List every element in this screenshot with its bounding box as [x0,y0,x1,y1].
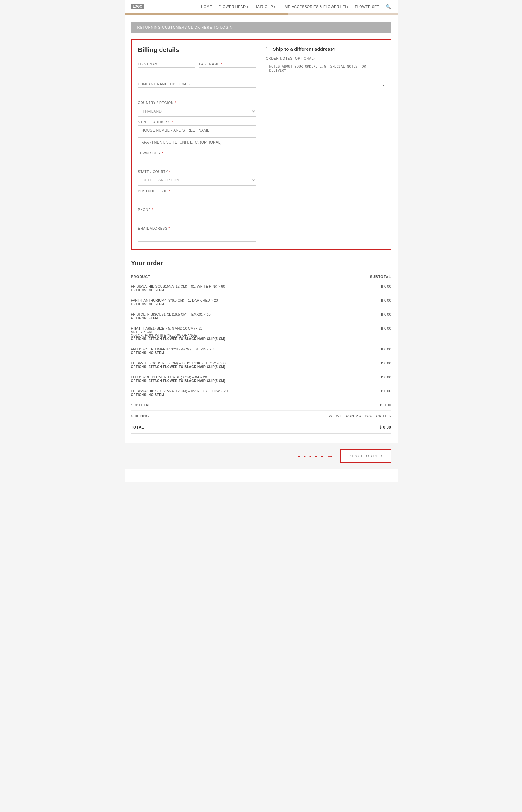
shipping-label: SHIPPING [131,411,289,421]
product-cell: FHIBI-5: HIBISCUS1-5 (7 CM) – H012: PINK… [131,358,289,372]
subtotal-cell: ฿ 0.00 [289,372,391,386]
first-name-group: FIRST NAME * [138,59,196,77]
company-name-group: COMPANY NAME (OPTIONAL) [138,82,256,97]
nav-flower-set[interactable]: FLOWER SET [355,5,379,8]
apt-input[interactable] [138,137,256,147]
town-label: TOWN / CITY * [138,151,256,155]
last-name-group: LAST NAME * [199,59,256,77]
place-order-button[interactable]: PLACE ORDER [340,450,391,463]
subtotal-row: SUBTOTAL ฿ 0.00 [131,400,391,411]
state-select[interactable]: SELECT AN OPTION. [138,175,256,186]
nav-accessories[interactable]: HAIR ACCESSORIES & FLOWER LEI › [282,5,349,8]
order-notes-label: ORDER NOTES (OPTIONAL) [266,57,384,60]
email-group: EMAIL ADDRESS * [138,227,256,242]
first-name-input[interactable] [138,67,196,77]
state-group: STATE / COUNTY * SELECT AN OPTION. [138,170,256,186]
subtotal-cell: ฿ 0.00 [289,386,391,400]
subtotal-cell: ฿ 0.00 [289,344,391,358]
country-label: COUNTRY / REGION * [138,101,256,105]
company-name-label: COMPANY NAME (OPTIONAL) [138,82,256,86]
total-label: TOTAL [131,421,289,434]
returning-customer-banner[interactable]: RETURNING CUSTOMER? CLICK HERE TO LOGIN [131,22,391,33]
nav-home[interactable]: HOME [201,5,212,8]
ship-different-label: Ship to a different address? [273,46,336,52]
first-name-label: FIRST NAME * [138,62,196,66]
total-row: TOTAL ฿ 0.00 [131,421,391,434]
subtotal-cell: ฿ 0.00 [289,309,391,323]
postcode-input[interactable] [138,194,256,204]
country-group: COUNTRY / REGION * THAILAND [138,101,256,117]
product-cell: FANT4: ANTHURIUM4 (9*6.5 CM) – 1: DARK R… [131,295,289,309]
street-address-input[interactable] [138,125,256,136]
town-input[interactable] [138,156,256,166]
country-select[interactable]: THAILAND [138,106,256,117]
search-icon[interactable]: 🔍 [385,4,391,9]
subtotal-cell: ฿ 0.00 [289,358,391,372]
shipping-row: SHIPPING WE WILL CONTACT YOU FOR THIS [131,411,391,421]
product-cell: FHIBI5NA: HIBISCUS15NA (12 CM) – 05: RED… [131,386,289,400]
subtotal-value: ฿ 0.00 [289,400,391,411]
order-section: Your order PRODUCT SUBTOTAL FHIBI5NA: HI… [125,259,398,434]
last-name-input[interactable] [199,67,256,77]
table-row: FPLU102NI: PLUMERIA102NI (75CM) – 01: PI… [131,344,391,358]
table-row: FHIBI5NA: HIBISCUS15NA (12 CM) – 05: RED… [131,386,391,400]
table-row: FANT4: ANTHURIUM4 (9*6.5 CM) – 1: DARK R… [131,295,391,309]
order-notes-group: ORDER NOTES (OPTIONAL) [266,57,384,88]
nav-hair-clip[interactable]: HAIR CLIP › [255,5,276,8]
table-row: FHIBI-XL: HIBISCUS1-XL (16.5 CM) – EMX01… [131,309,391,323]
postcode-label: POSTCODE / ZIP * [138,189,256,193]
table-row: FTIA1: TIARE1 (SIZE 7.5, 9 AND 10 CM) × … [131,323,391,344]
order-notes-input[interactable] [266,62,384,87]
phone-group: PHONE * [138,208,256,223]
town-group: TOWN / CITY * [138,151,256,166]
subtotal-cell: ฿ 0.00 [289,282,391,295]
dashed-arrow: - - - - - → [298,453,334,460]
ship-different-section: Ship to a different address? [266,46,384,52]
col-subtotal: SUBTOTAL [289,272,391,282]
table-row: FHIBI-5: HIBISCUS1-5 (7 CM) – H012: PINK… [131,358,391,372]
product-cell: FTIA1: TIARE1 (SIZE 7.5, 9 AND 10 CM) × … [131,323,289,344]
product-cell: FPLU102NI: PLUMERIA102NI (75CM) – 01: PI… [131,344,289,358]
subtotal-cell: ฿ 0.00 [289,295,391,309]
product-cell: FPLU102BL: PLUMERIA102BL (8 CM) – 04 × 2… [131,372,289,386]
street-address-group: STREET ADDRESS * [138,121,256,147]
street-address-label: STREET ADDRESS * [138,121,256,124]
nav-links: HOME FLOWER HEAD › HAIR CLIP › HAIR ACCE… [201,4,391,9]
nav-flower-head[interactable]: FLOWER HEAD › [218,5,248,8]
subtotal-label: SUBTOTAL [131,400,289,411]
product-cell: FHIBI-XL: HIBISCUS1-XL (16.5 CM) – EMX01… [131,309,289,323]
ship-different-checkbox[interactable] [266,47,270,51]
total-value: ฿ 0.00 [289,421,391,434]
phone-label: PHONE * [138,208,256,212]
product-cell: FHIBI5NA: HIBISCUS15NA (12 CM) – 01: WHI… [131,282,289,295]
progress-bar [125,13,398,15]
navigation: LOGO HOME FLOWER HEAD › HAIR CLIP › HAIR… [125,0,398,13]
email-input[interactable] [138,232,256,242]
phone-input[interactable] [138,213,256,223]
name-row: FIRST NAME * LAST NAME * [138,59,256,79]
postcode-group: POSTCODE / ZIP * [138,189,256,204]
last-name-label: LAST NAME * [199,62,256,66]
company-name-input[interactable] [138,87,256,97]
subtotal-cell: ฿ 0.00 [289,323,391,344]
billing-right: Ship to a different address? ORDER NOTES… [266,46,384,243]
billing-title: Billing details [138,46,256,54]
table-row: FPLU102BL: PLUMERIA102BL (8 CM) – 04 × 2… [131,372,391,386]
billing-left: Billing details FIRST NAME * LAST NAME * [138,46,256,243]
state-label: STATE / COUNTY * [138,170,256,173]
billing-section: Billing details FIRST NAME * LAST NAME * [131,39,391,250]
table-row: FHIBI5NA: HIBISCUS15NA (12 CM) – 01: WHI… [131,282,391,295]
email-label: EMAIL ADDRESS * [138,227,256,230]
logo[interactable]: LOGO [131,4,144,9]
order-table: PRODUCT SUBTOTAL FHIBI5NA: HIBISCUS15NA … [131,272,391,434]
order-footer: - - - - - → PLACE ORDER [125,443,398,469]
shipping-value: WE WILL CONTACT YOU FOR THIS [289,411,391,421]
col-product: PRODUCT [131,272,289,282]
order-title: Your order [131,259,391,267]
